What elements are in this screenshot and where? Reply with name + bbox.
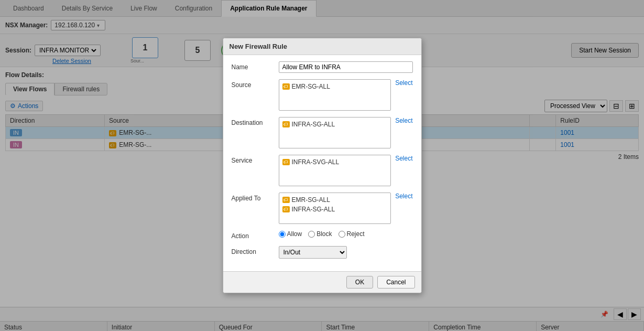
destination-field-row: 🏷 INFRA-SG-ALL Select xyxy=(279,117,413,148)
action-allow-input[interactable] xyxy=(279,231,286,238)
service-select-wrap: Select xyxy=(391,155,412,164)
source-field: 🏷 EMR-SG-ALL Select xyxy=(279,79,413,111)
ok-button[interactable]: OK xyxy=(346,276,373,289)
service-box-content: 🏷 INFRA-SVG-ALL xyxy=(279,155,391,186)
source-item-1: 🏷 EMR-SG-ALL xyxy=(282,82,388,91)
applied-to-field: 🏷 EMR-SG-ALL 🏷 INFRA-SG-ALL Select xyxy=(279,193,413,224)
applied-to-tag-icon-1: 🏷 xyxy=(282,197,290,203)
name-field xyxy=(279,61,413,73)
action-row: Action Allow Block Reject xyxy=(232,230,413,240)
action-block-label: Block xyxy=(316,230,332,238)
direction-field: In/Out xyxy=(279,246,413,259)
cancel-button[interactable]: Cancel xyxy=(377,276,414,289)
applied-to-select-link[interactable]: Select xyxy=(395,193,412,200)
service-select-link[interactable]: Select xyxy=(395,155,412,162)
applied-to-item-1: 🏷 EMR-SG-ALL xyxy=(282,195,388,205)
action-allow-label: Allow xyxy=(287,230,302,238)
name-row: Name xyxy=(232,61,413,73)
direction-row: Direction In/Out xyxy=(232,246,413,259)
service-item-1: 🏷 INFRA-SVG-ALL xyxy=(282,157,388,167)
source-box-content: 🏷 EMR-SG-ALL xyxy=(279,79,391,111)
destination-row: Destination 🏷 INFRA-SG-ALL xyxy=(232,117,413,148)
action-block-input[interactable] xyxy=(308,231,315,238)
action-reject-input[interactable] xyxy=(339,231,345,238)
applied-to-box-content: 🏷 EMR-SG-ALL 🏷 INFRA-SG-ALL xyxy=(279,193,391,224)
action-reject-radio[interactable]: Reject xyxy=(339,230,365,238)
applied-to-select-wrap: Select xyxy=(391,193,412,202)
modal-title: New Firewall Rule xyxy=(223,38,421,55)
service-label: Service xyxy=(232,155,279,164)
applied-to-item-2-label: INFRA-SG-ALL xyxy=(292,206,335,213)
source-row: Source 🏷 EMR-SG-ALL Select xyxy=(232,79,413,111)
service-field: 🏷 INFRA-SVG-ALL Select xyxy=(279,155,413,186)
source-tag-icon: 🏷 xyxy=(282,83,290,90)
action-label: Action xyxy=(232,230,279,240)
action-reject-label: Reject xyxy=(347,230,365,238)
direction-select[interactable]: In/Out xyxy=(279,246,347,259)
applied-to-field-row: 🏷 EMR-SG-ALL 🏷 INFRA-SG-ALL Select xyxy=(279,193,413,224)
name-label: Name xyxy=(232,61,279,71)
name-input[interactable] xyxy=(279,61,413,73)
source-item-1-label: EMR-SG-ALL xyxy=(292,83,330,90)
destination-select-link[interactable]: Select xyxy=(395,117,412,124)
applied-to-box: 🏷 EMR-SG-ALL 🏷 INFRA-SG-ALL xyxy=(279,193,391,224)
applied-to-label: Applied To xyxy=(232,193,279,202)
destination-label: Destination xyxy=(232,117,279,126)
action-field: Allow Block Reject xyxy=(279,230,413,238)
destination-box-content: 🏷 INFRA-SG-ALL xyxy=(279,117,391,148)
service-field-row: 🏷 INFRA-SVG-ALL Select xyxy=(279,155,413,186)
destination-field: 🏷 INFRA-SG-ALL Select xyxy=(279,117,413,148)
service-item-1-label: INFRA-SVG-ALL xyxy=(292,158,340,166)
service-row: Service 🏷 INFRA-SVG-ALL Se xyxy=(232,155,413,186)
direction-label: Direction xyxy=(232,246,279,255)
modal-body: Name Source 🏷 EMR-SG-ALL xyxy=(223,55,421,271)
modal-footer: OK Cancel xyxy=(223,271,421,293)
applied-to-item-2: 🏷 INFRA-SG-ALL xyxy=(282,205,388,214)
action-block-radio[interactable]: Block xyxy=(308,230,332,238)
destination-select-wrap: Select xyxy=(391,117,412,126)
modal-overlay: New Firewall Rule Name Source xyxy=(0,0,644,331)
source-select-wrap: Select xyxy=(391,79,412,89)
new-firewall-rule-modal: New Firewall Rule Name Source xyxy=(223,38,422,293)
service-box: 🏷 INFRA-SVG-ALL xyxy=(279,155,391,186)
destination-item-1: 🏷 INFRA-SG-ALL xyxy=(282,120,388,129)
destination-item-1-label: INFRA-SG-ALL xyxy=(292,121,335,128)
source-select-link[interactable]: Select xyxy=(395,79,412,87)
destination-tag-icon: 🏷 xyxy=(282,121,290,127)
action-allow-radio[interactable]: Allow xyxy=(279,230,302,238)
source-label: Source xyxy=(232,79,279,89)
action-radio-group: Allow Block Reject xyxy=(279,230,413,238)
source-field-row: 🏷 EMR-SG-ALL Select xyxy=(279,79,413,111)
service-tag-icon: 🏷 xyxy=(282,159,290,165)
destination-box: 🏷 INFRA-SG-ALL xyxy=(279,117,391,148)
source-box: 🏷 EMR-SG-ALL xyxy=(279,79,391,111)
applied-to-tag-icon-2: 🏷 xyxy=(282,206,290,212)
applied-to-row: Applied To 🏷 EMR-SG-ALL 🏷 I xyxy=(232,193,413,224)
applied-to-item-1-label: EMR-SG-ALL xyxy=(292,196,330,204)
